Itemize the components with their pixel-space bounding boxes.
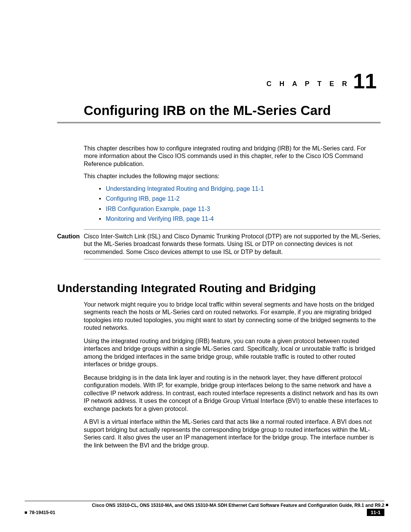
toc-item: Monitoring and Verifying IRB, page 11-4 <box>99 215 381 223</box>
toc-link-4[interactable]: Monitoring and Verifying IRB, page 11-4 <box>106 216 214 222</box>
caution-rule-bottom <box>84 259 381 259</box>
page-title: Configuring IRB on the ML-Series Card <box>84 103 331 118</box>
toc-item: IRB Configuration Example, page 11-3 <box>99 205 381 213</box>
section-paragraph-2: Using the integrated routing and bridgin… <box>84 337 381 369</box>
toc-link-2[interactable]: Configuring IRB, page 11-2 <box>106 195 180 202</box>
section-heading: Understanding Integrated Routing and Bri… <box>57 282 316 295</box>
page-footer: Cisco ONS 15310-CL, ONS 15310-MA, and ON… <box>25 501 384 516</box>
section-paragraph-3: Because bridging is in the data link lay… <box>84 374 381 413</box>
title-rule <box>57 122 381 123</box>
caution-text: Cisco Inter-Switch Link (ISL) and Cisco … <box>84 233 381 256</box>
chapter-word: C H A P T E R <box>266 80 350 88</box>
toc-link-1[interactable]: Understanding Integrated Routing and Bri… <box>106 185 264 192</box>
section-paragraph-1: Your network might require you to bridge… <box>84 301 381 332</box>
intro-paragraph-1: This chapter describes how to configure … <box>84 145 381 168</box>
toc-list: Understanding Integrated Routing and Bri… <box>84 185 381 223</box>
chapter-label: C H A P T E R11 <box>266 69 377 93</box>
footer-rule <box>25 501 384 501</box>
caution-label: Caution <box>57 233 84 240</box>
caution-block: Caution Cisco Inter-Switch Link (ISL) an… <box>57 229 381 259</box>
toc-item: Understanding Integrated Routing and Bri… <box>99 185 381 193</box>
toc-link-3[interactable]: IRB Configuration Example, page 11-3 <box>106 206 210 212</box>
chapter-number: 11 <box>353 69 377 93</box>
toc-item: Configuring IRB, page 11-2 <box>99 195 381 203</box>
footer-page-number: 11-1 <box>367 509 384 516</box>
section-paragraph-4: A BVI is a virtual interface within the … <box>84 418 381 449</box>
footer-doc-number: 78-19415-01 <box>25 510 55 515</box>
intro-paragraph-2: This chapter includes the following majo… <box>84 173 381 180</box>
footer-book-title: Cisco ONS 15310-CL, ONS 15310-MA, and ON… <box>25 503 384 508</box>
